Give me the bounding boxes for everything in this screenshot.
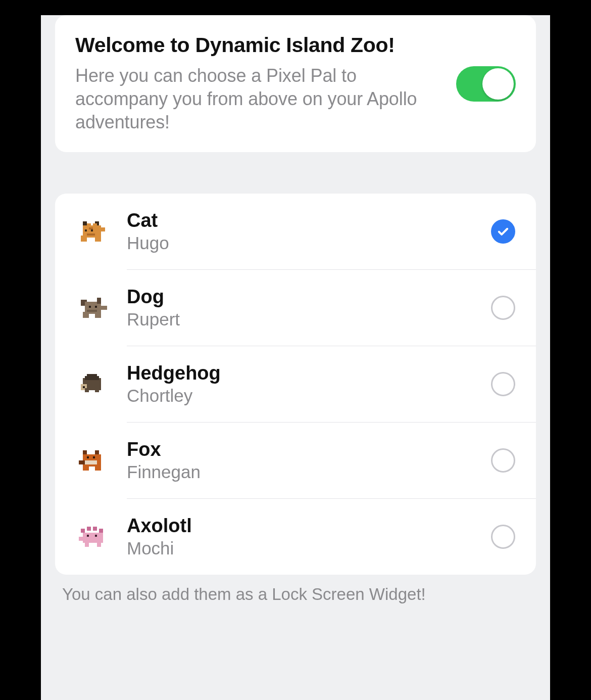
welcome-text: Welcome to Dynamic Island Zoo! Here you … [75, 33, 446, 134]
cat-icon [70, 217, 116, 246]
selected-indicator[interactable] [490, 219, 516, 244]
svg-rect-45 [85, 541, 89, 547]
svg-rect-32 [87, 456, 89, 458]
svg-rect-19 [101, 306, 107, 310]
svg-rect-34 [79, 460, 85, 464]
radio-empty-icon [491, 372, 515, 396]
list-item-cat[interactable]: Cat Hugo [55, 194, 536, 269]
species-label: Fox [127, 439, 490, 460]
name-label: Chortley [127, 386, 490, 406]
welcome-subtitle: Here you can choose a Pixel Pal to accom… [75, 64, 446, 134]
svg-rect-18 [95, 312, 101, 318]
species-label: Hedgehog [127, 362, 490, 384]
list-item-hedgehog[interactable]: Hedgehog Chortley [55, 346, 536, 422]
radio-button[interactable] [490, 296, 516, 320]
svg-rect-20 [87, 310, 97, 312]
svg-rect-10 [89, 227, 93, 229]
list-item-dog[interactable]: Dog Rupert [55, 270, 536, 346]
radio-button[interactable] [490, 448, 516, 473]
svg-rect-40 [93, 527, 97, 531]
svg-rect-9 [99, 227, 105, 231]
axolotl-icon [70, 523, 116, 551]
checkmark-icon [491, 219, 515, 244]
species-label: Axolotl [127, 515, 490, 537]
svg-rect-14 [97, 298, 101, 304]
list-item-body: Fox Finnegan [116, 439, 490, 482]
svg-rect-35 [83, 464, 89, 471]
list-item-axolotl[interactable]: Axolotl Mochi [55, 499, 536, 575]
list-item-body: Dog Rupert [116, 286, 490, 330]
svg-rect-4 [93, 223, 97, 227]
footer-note: You can also add them as a Lock Screen W… [55, 585, 536, 604]
svg-rect-3 [87, 223, 91, 227]
svg-rect-42 [87, 535, 89, 537]
name-label: Mochi [127, 538, 490, 558]
list-item-fox[interactable]: Fox Finnegan [55, 423, 536, 498]
list-item-body: Hedgehog Chortley [116, 362, 490, 406]
svg-rect-41 [99, 529, 103, 533]
welcome-card: Welcome to Dynamic Island Zoo! Here you … [55, 15, 536, 152]
radio-button[interactable] [490, 372, 516, 396]
species-label: Dog [127, 286, 490, 308]
svg-rect-8 [95, 236, 101, 242]
radio-empty-icon [491, 448, 515, 473]
list-item-body: Cat Hugo [116, 210, 490, 253]
svg-rect-44 [79, 537, 85, 541]
svg-rect-11 [87, 234, 95, 236]
svg-rect-5 [85, 229, 87, 231]
enable-toggle[interactable] [456, 66, 516, 102]
species-label: Cat [127, 210, 490, 231]
toggle-knob [482, 68, 514, 100]
svg-rect-39 [87, 527, 91, 531]
svg-rect-7 [81, 236, 87, 242]
svg-rect-23 [87, 374, 97, 378]
radio-button[interactable] [490, 525, 516, 549]
svg-rect-16 [95, 306, 97, 308]
svg-rect-43 [95, 535, 97, 537]
svg-rect-6 [91, 229, 93, 231]
svg-rect-27 [95, 388, 99, 392]
pixel-pal-list: Cat Hugo [55, 194, 536, 575]
hedgehog-icon [70, 370, 116, 398]
svg-rect-0 [83, 221, 87, 225]
name-label: Finnegan [127, 462, 490, 482]
name-label: Rupert [127, 309, 490, 330]
svg-rect-28 [83, 450, 87, 454]
svg-rect-15 [89, 306, 91, 308]
fox-icon [70, 446, 116, 475]
list-item-body: Axolotl Mochi [116, 515, 490, 558]
radio-empty-icon [491, 525, 515, 549]
svg-rect-36 [95, 464, 101, 471]
svg-rect-26 [85, 388, 89, 392]
svg-rect-33 [93, 456, 95, 458]
svg-rect-46 [97, 541, 101, 547]
name-label: Hugo [127, 233, 490, 253]
svg-rect-29 [95, 450, 99, 454]
welcome-title: Welcome to Dynamic Island Zoo! [75, 33, 446, 57]
svg-rect-17 [83, 312, 89, 318]
svg-rect-25 [83, 386, 85, 388]
svg-rect-31 [85, 460, 97, 464]
radio-empty-icon [491, 296, 515, 320]
dog-icon [70, 294, 116, 322]
svg-rect-38 [81, 529, 85, 533]
